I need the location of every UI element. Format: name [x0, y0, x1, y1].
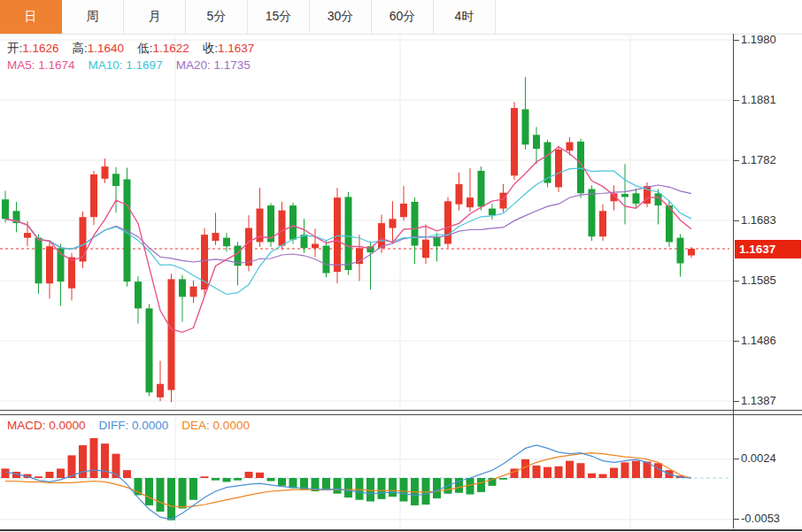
grid-layer: [0, 34, 733, 409]
price-axis-label: 1.1387: [741, 394, 799, 408]
tab-month[interactable]: 月: [124, 0, 186, 34]
axis-tick: [733, 100, 739, 101]
macd-axis-label: 0.0024: [741, 451, 799, 466]
tab-15min[interactable]: 15分: [248, 0, 310, 34]
ma-legend: MA5: 1.1674MA10: 1.1697MA20: 1.1735: [7, 58, 251, 72]
price-axis-label: 1.1782: [741, 153, 799, 167]
macd-legend: MACD: 0.0000DIFF: 0.0000DEA: 0.0000: [7, 419, 250, 432]
legend-item-ma5: MA5: 1.1674: [7, 58, 75, 72]
axis-tick: [733, 220, 739, 221]
ohlc-legend: 开:1.1626高:1.1640低:1.1622收:1.1637: [7, 41, 254, 57]
period-tabbar: 日周月5分15分30分60分4时: [0, 0, 802, 35]
axis-tick: [733, 281, 739, 281]
main-chart-panel: 开:1.1626高:1.1640低:1.1622收:1.1637 MA5: 1.…: [0, 34, 802, 411]
axis-tick: [733, 40, 739, 41]
axis-tick: [733, 160, 739, 161]
macd-bars-layer: [2, 438, 685, 520]
price-axis-label: 1.1881: [741, 93, 799, 107]
tab-60min[interactable]: 60分: [372, 0, 434, 34]
candles-layer: [2, 77, 695, 402]
legend-item-diff: DIFF: 0.0000: [99, 419, 169, 432]
legend-item-macd: MACD: 0.0000: [7, 419, 86, 432]
price-axis-label: 1.1683: [741, 213, 799, 227]
price-axis-label: 1.1585: [741, 274, 799, 288]
macd-panel: MACD: 0.0000DIFF: 0.0000DEA: 0.0000: [0, 414, 802, 531]
axis-tick: [733, 401, 739, 402]
macd-axis-label: -0.0053: [741, 512, 799, 526]
kline-chart-app: 日周月5分15分30分60分4时 开:1.1626高:1.1640低:1.162…: [0, 0, 802, 532]
legend-item-dea: DEA: 0.0000: [181, 419, 250, 432]
macd-canvas[interactable]: [0, 415, 802, 528]
legend-item-open: 开:1.1626: [7, 41, 59, 57]
legend-item-high: 高:1.1640: [73, 41, 125, 57]
tab-5min[interactable]: 5分: [186, 0, 248, 34]
legend-item-ma20: MA20: 1.1735: [176, 58, 251, 72]
current-price-tag: 1.1637: [735, 240, 801, 258]
legend-item-low: 低:1.1622: [137, 41, 189, 57]
axis-tick: [733, 459, 739, 459]
legend-item-ma10: MA10: 1.1697: [89, 58, 163, 72]
tab-30min[interactable]: 30分: [310, 0, 372, 34]
axis-tick: [733, 519, 739, 520]
axis-tick: [733, 341, 739, 342]
price-axis-label: 1.1980: [741, 33, 799, 47]
legend-item-close: 收:1.1637: [203, 41, 255, 57]
tab-week[interactable]: 周: [62, 0, 124, 34]
tab-day[interactable]: 日: [0, 0, 62, 34]
main-chart-canvas[interactable]: [0, 34, 802, 409]
price-axis-label: 1.1486: [741, 334, 799, 348]
tab-4hour[interactable]: 4时: [434, 0, 496, 34]
